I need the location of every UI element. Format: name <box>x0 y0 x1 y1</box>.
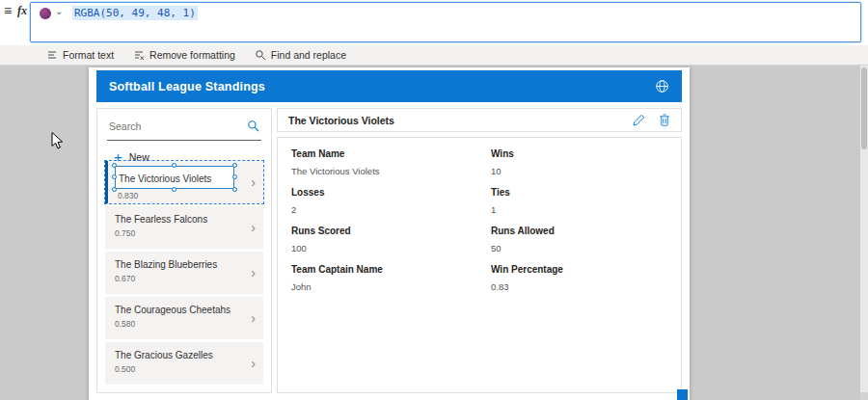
delete-icon[interactable] <box>659 114 670 126</box>
formula-text[interactable]: RGBA(50, 49, 48, 1) <box>72 7 198 19</box>
remove-formatting-icon <box>133 49 145 61</box>
team-win-pct: 0.500 <box>115 364 263 374</box>
field-value: John <box>291 281 491 292</box>
field-label: Win Percentage <box>491 264 681 275</box>
resize-handle[interactable] <box>172 187 176 192</box>
find-replace-label: Find and replace <box>271 49 346 61</box>
find-replace-button[interactable]: Find and replace <box>245 45 356 65</box>
remove-formatting-button[interactable]: Remove formatting <box>123 45 245 65</box>
menu-icon[interactable]: ≡ <box>4 2 12 19</box>
search-icon <box>255 49 266 61</box>
edit-icon[interactable] <box>633 114 645 126</box>
globe-icon[interactable] <box>655 79 669 93</box>
design-canvas: Softball League Standings + New <box>0 66 868 400</box>
form-field: Losses 2 <box>291 187 491 226</box>
field-value: 50 <box>491 243 681 253</box>
chevron-right-icon[interactable]: › <box>251 268 256 278</box>
team-name: The Fearless Falcons <box>115 214 263 225</box>
field-label: Runs Allowed <box>491 226 681 236</box>
resize-handle[interactable] <box>172 163 176 168</box>
field-label: Runs Scored <box>291 226 491 236</box>
field-value: 0.83 <box>491 281 681 292</box>
form-field: Runs Allowed 50 <box>491 226 681 264</box>
selected-label-box[interactable]: The Victorious Violets <box>115 166 234 189</box>
form-field: Runs Scored 100 <box>291 226 491 264</box>
team-name: The Gracious Gazelles <box>115 350 263 360</box>
mouse-cursor <box>50 131 64 154</box>
resize-handle[interactable] <box>232 187 237 192</box>
chevron-right-icon[interactable]: › <box>251 177 256 187</box>
team-list-panel: + New The Victorious Violets <box>96 108 272 393</box>
chevron-right-icon[interactable]: › <box>251 313 256 323</box>
format-text-icon <box>46 49 58 61</box>
team-win-pct: 0.670 <box>115 274 263 283</box>
app-header[interactable]: Softball League Standings <box>96 70 682 102</box>
field-value: 1 <box>491 204 681 215</box>
detail-form: Team Name The Victorious Violets Wins 10… <box>277 137 682 393</box>
scrollbar-thumb[interactable] <box>861 67 867 149</box>
list-item[interactable]: The Fearless Falcons 0.750 › <box>105 206 263 249</box>
app-screen[interactable]: Softball League Standings + New <box>89 67 690 400</box>
remove-formatting-label: Remove formatting <box>149 49 235 61</box>
resize-handle[interactable] <box>232 163 237 168</box>
app-title: Softball League Standings <box>109 80 265 93</box>
team-name: The Courageous Cheetahs <box>115 305 263 315</box>
format-text-button[interactable]: Format text <box>37 45 123 65</box>
field-label: Team Name <box>291 148 491 159</box>
list-item[interactable]: The Blazing Blueberries 0.670 › <box>105 252 263 294</box>
format-text-label: Format text <box>63 49 114 61</box>
team-name: The Victorious Violets <box>119 173 211 184</box>
canvas-scrollbar[interactable] <box>860 66 868 400</box>
resize-handle[interactable] <box>232 174 237 179</box>
search-icon[interactable] <box>247 119 259 136</box>
field-value: 10 <box>491 166 681 176</box>
chevron-right-icon[interactable]: › <box>251 359 256 368</box>
team-gallery: The Victorious Violets 0.830 › <box>105 161 263 387</box>
field-label: Wins <box>491 148 681 159</box>
chevron-down-icon[interactable]: ⌄ <box>55 6 63 16</box>
resize-handle[interactable] <box>112 174 117 179</box>
formula-input[interactable]: ⌄ RGBA(50, 49, 48, 1) <box>30 2 861 42</box>
field-grid: Team Name The Victorious Violets Wins 10… <box>291 148 681 303</box>
field-label: Team Captain Name <box>291 264 491 275</box>
form-field: Team Name The Victorious Violets <box>291 148 491 187</box>
resize-handle[interactable] <box>112 187 117 192</box>
screen-corner-handle[interactable] <box>677 389 688 400</box>
resize-handle[interactable] <box>112 163 117 168</box>
formula-toolbar: Format text Remove formatting Find and r… <box>0 45 868 66</box>
powerapps-studio-window: ≡ fx ⌄ RGBA(50, 49, 48, 1) Format text R… <box>0 0 868 400</box>
form-field: Wins 10 <box>491 148 681 187</box>
list-item[interactable]: The Courageous Cheetahs 0.580 › <box>105 297 263 339</box>
detail-actions <box>633 114 670 126</box>
color-swatch-icon <box>40 8 51 19</box>
search-input[interactable] <box>107 119 232 132</box>
fx-logo: fx <box>17 4 27 18</box>
list-item[interactable]: The Gracious Gazelles 0.500 › <box>105 342 263 385</box>
detail-header: The Victorious Violets <box>277 108 682 132</box>
form-field: Ties 1 <box>491 187 681 226</box>
list-item[interactable]: The Victorious Violets 0.830 › <box>105 161 263 203</box>
chevron-right-icon[interactable]: › <box>251 223 256 232</box>
team-win-pct: 0.580 <box>115 319 263 329</box>
field-value: The Victorious Violets <box>291 166 491 176</box>
team-win-pct: 0.750 <box>115 228 263 238</box>
team-win-pct: 0.830 <box>118 191 263 200</box>
field-value: 2 <box>291 204 491 215</box>
field-value: 100 <box>291 243 491 253</box>
field-label: Losses <box>291 187 491 198</box>
detail-title: The Victorious Violets <box>288 115 394 126</box>
field-label: Ties <box>491 187 681 198</box>
team-name: The Blazing Blueberries <box>115 259 263 270</box>
formula-bar: ≡ fx ⌄ RGBA(50, 49, 48, 1) <box>0 0 868 45</box>
form-field: Team Captain Name John <box>291 264 491 303</box>
form-field: Win Percentage 0.83 <box>491 264 681 303</box>
scrollbar-corner <box>860 392 868 400</box>
search-box <box>107 117 261 141</box>
